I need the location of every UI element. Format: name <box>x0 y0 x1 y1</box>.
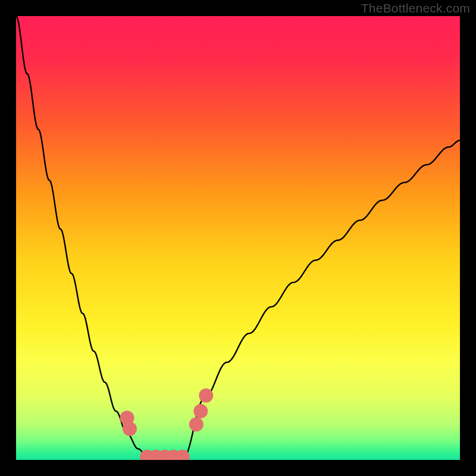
highlight-marker <box>123 422 137 436</box>
bottleneck-curve-chart <box>16 16 460 460</box>
highlight-marker <box>189 417 203 431</box>
watermark-text: TheBottleneck.com <box>361 1 470 15</box>
gradient-background <box>16 16 460 460</box>
chart-frame: TheBottleneck.com <box>0 0 476 476</box>
highlight-marker <box>193 404 208 418</box>
highlight-marker <box>199 389 213 403</box>
plot-area <box>16 16 460 460</box>
